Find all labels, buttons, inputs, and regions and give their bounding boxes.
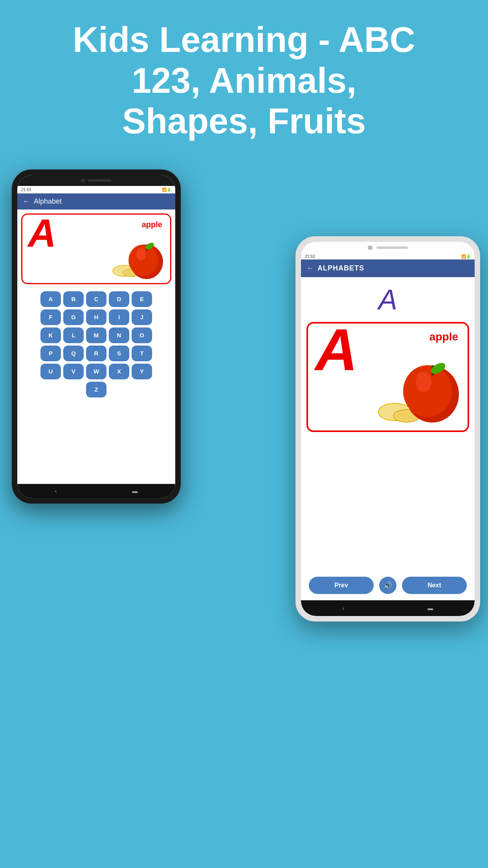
letter-btn-u[interactable]: U	[40, 364, 61, 379]
letter-btn-e[interactable]: E	[132, 291, 152, 307]
letter-row-4: P Q R S T	[40, 346, 152, 361]
letter-btn-k[interactable]: K	[40, 327, 61, 343]
flash-card-right: A apple	[306, 322, 469, 432]
time-right: 21:53	[305, 254, 315, 259]
apple-svg-left	[112, 234, 167, 281]
svg-point-4	[136, 248, 146, 260]
letter-btn-c[interactable]: C	[86, 291, 106, 307]
app-title-left: Alphabet	[34, 197, 62, 206]
letter-btn-b[interactable]: B	[63, 291, 84, 307]
back-nav-left[interactable]: ‹	[55, 488, 57, 494]
prev-button[interactable]: Prev	[309, 577, 374, 594]
letter-btn-z[interactable]: Z	[86, 382, 106, 397]
camera-area-left	[17, 175, 175, 186]
letter-btn-o[interactable]: O	[132, 327, 152, 343]
letter-btn-l[interactable]: L	[63, 327, 84, 343]
icons-right: 📶🔋	[461, 254, 471, 259]
letter-btn-q[interactable]: Q	[63, 346, 84, 361]
letter-btn-m[interactable]: M	[86, 327, 106, 343]
camera-left	[81, 178, 85, 182]
letter-row-3: K L M N O	[40, 327, 152, 343]
letter-row-6: Z	[86, 382, 106, 397]
app-bar-right: ← ALPHABETS	[301, 259, 475, 277]
camera-area-right	[301, 242, 475, 254]
letter-btn-s[interactable]: S	[109, 346, 129, 361]
card-letter-right: A	[315, 322, 358, 384]
letter-btn-d[interactable]: D	[109, 291, 129, 307]
letter-btn-y[interactable]: Y	[132, 364, 152, 379]
speaker-left	[88, 179, 112, 182]
next-button[interactable]: Next	[402, 577, 467, 594]
status-bar-left: 21:53 📶🔋	[17, 186, 175, 193]
home-nav-left[interactable]: ▬	[132, 488, 138, 494]
flash-card-left: A apple	[21, 213, 171, 284]
back-arrow-right[interactable]: ←	[306, 264, 314, 272]
card-word-right: apple	[429, 331, 458, 343]
letter-row-2: F G H I J	[40, 309, 152, 325]
phone-left: 21:53 📶🔋 ← Alphabet A apple	[12, 169, 181, 504]
spacer	[301, 435, 475, 570]
phone-right: 21:53 📶🔋 ← ALPHABETS A A apple	[295, 236, 480, 622]
apple-svg-right	[377, 347, 464, 426]
app-bar-left: ← Alphabet	[17, 193, 175, 210]
letter-btn-w[interactable]: W	[86, 364, 106, 379]
letter-btn-h[interactable]: H	[86, 309, 106, 325]
sound-button[interactable]: 🔊	[379, 577, 396, 594]
apple-illustration-right	[377, 347, 464, 427]
time-left: 21:53	[21, 188, 31, 192]
letter-row-5: U V W X Y	[40, 364, 152, 379]
letter-btn-v[interactable]: V	[63, 364, 84, 379]
status-bar-right: 21:53 📶🔋	[301, 254, 475, 259]
svg-point-11	[416, 371, 431, 392]
letter-btn-t[interactable]: T	[132, 346, 152, 361]
speaker-right	[376, 246, 408, 249]
letter-btn-i[interactable]: I	[109, 309, 129, 325]
letter-row-1: A B C D E	[40, 291, 152, 307]
letter-btn-x[interactable]: X	[109, 364, 129, 379]
icons-left: 📶🔋	[162, 188, 171, 192]
back-nav-right[interactable]: ‹	[343, 605, 345, 611]
bottom-bar-left: ‹ ▬	[17, 484, 175, 498]
bottom-bar-right: ‹ ▬	[301, 600, 475, 616]
letter-btn-a[interactable]: A	[40, 291, 61, 307]
phones-container: 21:53 📶🔋 ← Alphabet A apple	[0, 158, 488, 865]
letter-grid: A B C D E F G H I J K L M N	[17, 288, 175, 484]
letter-btn-r[interactable]: R	[86, 346, 106, 361]
home-nav-right[interactable]: ▬	[427, 605, 433, 611]
letter-btn-g[interactable]: G	[63, 309, 84, 325]
card-letter-left: A	[28, 213, 56, 256]
letter-btn-j[interactable]: J	[132, 309, 152, 325]
back-arrow-left[interactable]: ←	[23, 197, 30, 206]
card-word-left: apple	[142, 220, 162, 229]
letter-btn-f[interactable]: F	[40, 309, 61, 325]
app-title-right: ALPHABETS	[317, 264, 364, 272]
letter-btn-n[interactable]: N	[109, 327, 129, 343]
apple-illustration-left	[112, 234, 167, 281]
nav-buttons: Prev 🔊 Next	[301, 570, 475, 600]
big-letter-display: A	[301, 277, 475, 319]
letter-btn-p[interactable]: P	[40, 346, 61, 361]
page-title: Kids Learning - ABC123, Animals,Shapes, …	[0, 0, 488, 158]
camera-right	[368, 245, 372, 250]
